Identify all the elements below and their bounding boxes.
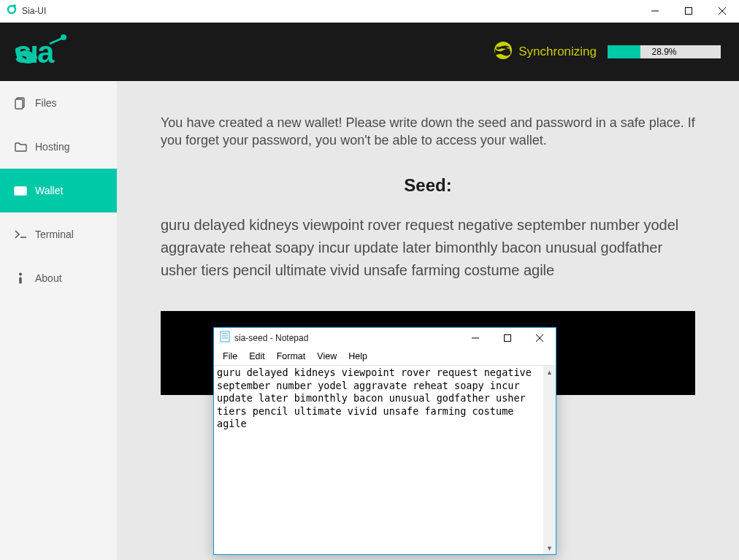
notepad-body: guru delayed kidneys viewpoint rover req… [214, 365, 556, 554]
notepad-icon [220, 331, 230, 345]
notepad-close-button[interactable] [524, 328, 556, 348]
sidebar-item-about[interactable]: About [0, 256, 117, 300]
scroll-down-arrow-icon[interactable]: ▼ [543, 542, 556, 554]
notepad-menu-edit[interactable]: Edit [245, 350, 269, 363]
notepad-window[interactable]: sia-seed - Notepad File Edit Format View… [213, 327, 556, 555]
sidebar-item-terminal[interactable]: Terminal [0, 212, 117, 256]
sia-window-title: Sia-UI [22, 6, 46, 16]
svg-rect-3 [686, 8, 692, 15]
close-button[interactable] [705, 0, 739, 22]
sync-status: Synchronizing 28.9% [494, 41, 721, 63]
sidebar-item-label: Hosting [35, 141, 69, 153]
svg-rect-17 [221, 331, 229, 342]
sidebar-item-files[interactable]: Files [0, 81, 117, 125]
sidebar-item-label: Files [35, 97, 57, 109]
notepad-menu-format[interactable]: Format [272, 350, 310, 363]
sia-logo: sıa [15, 34, 82, 70]
notepad-text-area[interactable]: guru delayed kidneys viewpoint rover req… [214, 366, 556, 554]
maximize-button[interactable] [672, 0, 705, 22]
notepad-window-title: sia-seed - Notepad [234, 333, 308, 343]
notepad-minimize-button[interactable] [459, 328, 491, 348]
info-icon [13, 272, 28, 284]
svg-point-1 [13, 4, 16, 7]
sidebar-item-label: About [35, 272, 62, 284]
notepad-menu-view[interactable]: View [313, 350, 341, 363]
sidebar-item-label: Wallet [35, 185, 63, 196]
notepad-scrollbar[interactable]: ▲ ▼ [543, 366, 556, 554]
minimize-button[interactable] [638, 0, 672, 22]
wallet-intro-text: You have created a new wallet! Please wr… [161, 114, 695, 150]
svg-text:sıa: sıa [15, 35, 55, 67]
sidebar-item-wallet[interactable]: Wallet [0, 169, 117, 212]
sia-window-titlebar: Sia-UI [0, 0, 739, 23]
svg-point-15 [19, 273, 22, 276]
files-icon [13, 97, 28, 110]
sidebar: Files Hosting Wallet Terminal About [0, 81, 117, 560]
scroll-up-arrow-icon[interactable]: ▲ [543, 366, 556, 378]
globe-icon [494, 41, 513, 63]
seed-heading: Seed: [161, 175, 695, 196]
seed-words: guru delayed kidneys viewpoint rover req… [161, 214, 695, 282]
sia-favicon [6, 4, 18, 18]
svg-rect-16 [19, 277, 21, 284]
notepad-menu-help[interactable]: Help [344, 350, 372, 363]
svg-point-13 [16, 189, 19, 192]
folder-icon [13, 142, 28, 153]
notepad-menubar: File Edit Format View Help [214, 348, 556, 365]
terminal-icon [13, 230, 28, 239]
svg-rect-22 [505, 335, 511, 342]
notepad-menu-file[interactable]: File [218, 350, 242, 363]
app-header: sıa Synchronizing 28.9% [0, 23, 739, 81]
sync-progress-bar: 28.9% [608, 45, 721, 58]
notepad-titlebar[interactable]: sia-seed - Notepad [214, 328, 556, 348]
wallet-icon [13, 186, 28, 196]
sidebar-item-hosting[interactable]: Hosting [0, 125, 117, 169]
sidebar-item-label: Terminal [35, 229, 74, 240]
svg-rect-11 [15, 99, 23, 109]
notepad-maximize-button[interactable] [491, 328, 524, 348]
sync-label: Synchronizing [518, 45, 597, 59]
sync-progress-pct: 28.9% [608, 45, 721, 58]
